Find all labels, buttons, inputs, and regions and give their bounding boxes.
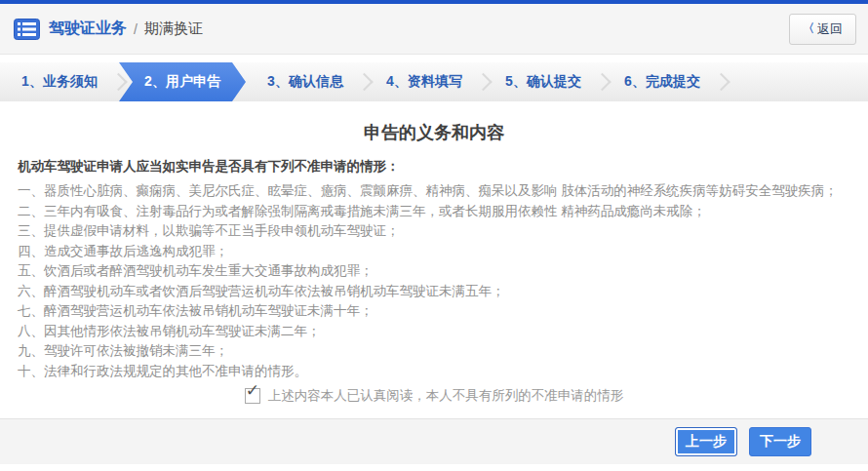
agreement-row: ✓ 上述内容本人已认真阅读，本人不具有所列的不准申请的情形 <box>18 387 850 405</box>
step-3-confirm-info[interactable]: 3、确认信息 <box>246 62 365 101</box>
step-wizard-tail <box>722 62 868 101</box>
step-1-business-notice[interactable]: 1、业务须知 <box>0 62 119 101</box>
step-4-fill-materials[interactable]: 4、资料填写 <box>365 62 484 101</box>
step-wizard: 1、业务须知 2、用户申告 3、确认信息 4、资料填写 5、确认提交 6、完成提… <box>0 62 868 101</box>
declaration-item: 六、醉酒驾驶机动车或者饮酒后驾驶营运机动车依法被吊销机动车驾驶证未满五年； <box>18 282 850 302</box>
declaration-item: 四、造成交通事故后逃逸构成犯罪； <box>18 242 850 262</box>
back-button[interactable]: 〈 返回 <box>789 14 856 45</box>
declaration-item: 八、因其他情形依法被吊销机动车驾驶证未满二年； <box>18 322 850 342</box>
list-icon <box>14 19 40 40</box>
declaration-item: 七、醉酒驾驶营运机动车依法被吊销机动车驾驶证未满十年； <box>18 301 850 322</box>
footer-bar: 上一步 下一步 <box>0 418 868 464</box>
step-5-confirm-submit[interactable]: 5、确认提交 <box>484 62 603 101</box>
declaration-intro: 机动车驾驶证申请人应当如实申告是否具有下列不准申请的情形： <box>18 157 850 176</box>
checkmark-icon: ✓ <box>246 382 259 399</box>
page: 驾驶证业务 / 期满换证 〈 返回 1、业务须知 2、用户申告 3、确认信息 4… <box>0 0 868 471</box>
declaration-item: 三、提供虚假申请材料，以欺骗等不正当手段申领机动车驾驶证； <box>18 221 850 242</box>
declaration-item: 一、器质性心脏病、癫痫病、美尼尔氏症、眩晕症、癔病、震颤麻痹、精神病、痴呆以及影… <box>18 181 850 202</box>
previous-step-button[interactable]: 上一步 <box>675 427 737 456</box>
page-title: 申告的义务和内容 <box>18 123 850 143</box>
main-content: 申告的义务和内容 机动车驾驶证申请人应当如实申告是否具有下列不准申请的情形： 一… <box>0 123 868 405</box>
declaration-item: 二、三年内有吸食、注射毒品行为或者解除强制隔离戒毒措施未满三年，或者长期服用依赖… <box>18 202 850 222</box>
declaration-item: 九、驾驶许可依法被撤销未满三年； <box>18 341 850 362</box>
breadcrumb-separator: / <box>134 21 138 37</box>
chevron-left-icon: 〈 <box>803 20 814 37</box>
back-button-label: 返回 <box>817 20 843 38</box>
breadcrumb-section[interactable]: 驾驶证业务 <box>49 19 127 39</box>
agreement-label: 上述内容本人已认真阅读，本人不具有所列的不准申请的情形 <box>268 387 624 405</box>
breadcrumb-current: 期满换证 <box>144 20 203 38</box>
agreement-checkbox[interactable]: ✓ <box>245 388 260 404</box>
step-2-user-declaration[interactable]: 2、用户申告 <box>119 62 246 101</box>
header-bar: 驾驶证业务 / 期满换证 〈 返回 <box>0 4 868 55</box>
declaration-item: 五、饮酒后或者醉酒驾驶机动车发生重大交通事故构成犯罪； <box>18 261 850 282</box>
next-step-button[interactable]: 下一步 <box>749 427 811 456</box>
step-6-complete-submit[interactable]: 6、完成提交 <box>603 62 722 101</box>
declaration-item: 十、法律和行政法规规定的其他不准申请的情形。 <box>18 362 850 382</box>
